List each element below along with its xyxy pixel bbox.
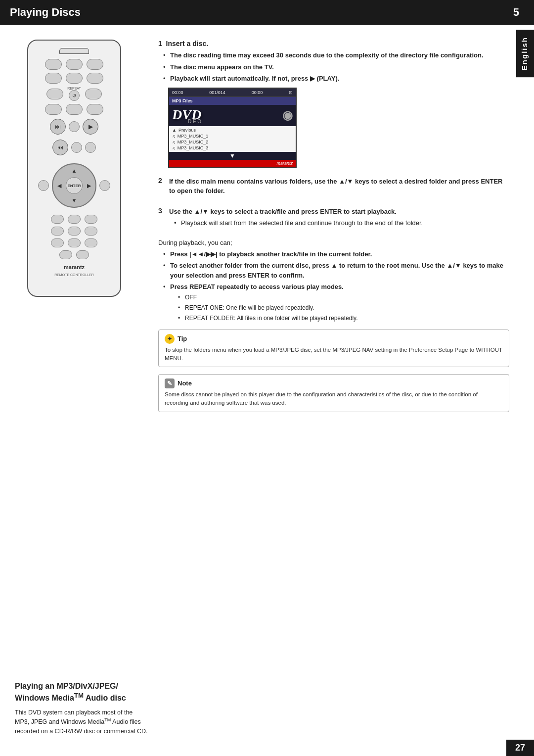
remote-btn-5[interactable] [66,73,83,84]
repeat-item-1-text: OFF [185,294,197,301]
repeat-label: REPEAT [67,87,81,90]
dvd-brand: marantz [169,160,296,167]
dvd-file-3-label: MP3_MUSIC_3 [178,145,209,150]
repeat-button[interactable]: ↺ [69,90,80,101]
remote-btn-6[interactable] [87,73,103,84]
main-content: REPEAT ↺ ⏭ ▶ ⏮ [0,25,534,422]
during-b1-text: Press |◄◄/▶▶| to playback another track/… [170,250,372,258]
tip-icon: ✦ [165,334,175,344]
remote-btn-circle-3[interactable] [85,142,96,153]
repeat-item-2-text: REPEAT ONE: One file will be played repe… [185,304,314,311]
remote-btn-circle-1[interactable] [69,121,80,132]
during-playback-section: During playback, you can; Press |◄◄/▶▶| … [158,239,509,323]
dvd-file-2-label: MP3_MUSIC_2 [178,140,209,144]
remote-btn-10[interactable] [66,104,83,115]
step-1-bullet-1: The disc reading time may exceed 30 seco… [163,50,509,60]
step-1-b2-text: The disc menu appears on the TV. [170,63,274,71]
dpad-left[interactable]: ◀ [54,181,64,190]
english-tab: English [516,30,534,77]
dvd-file-2-icon: ♫ [172,140,176,144]
remote-btn-3[interactable] [87,59,103,70]
remote-btn-1[interactable] [45,59,62,70]
header-page-number: 5 [508,4,524,21]
remote-btn-4[interactable] [45,73,62,84]
enter-button[interactable]: ENTER [66,177,83,194]
skip-forward-button[interactable]: ⏭ [50,119,66,135]
dvd-scroll-down: ▼ [169,152,296,160]
remote-num-10[interactable] [59,250,72,259]
tip-icon-symbol: ✦ [167,334,172,343]
during-b3-text: Press REPEAT repeatedly to access variou… [170,283,344,290]
remote-num-11[interactable] [76,250,89,259]
remote-num-row-2 [33,227,115,236]
step-3-content: Use the ▲/▼ keys to select a track/file … [169,207,423,230]
during-b2-text: To select another folder from the curren… [170,262,503,279]
step-3-bullets: Playback will start from the selected fi… [174,218,423,228]
remote-num-5[interactable] [68,227,81,236]
dvd-file-previous: ▲ Previous [169,127,296,133]
dvd-screen-icon: ⊡ [289,90,293,95]
during-bullets: Press |◄◄/▶▶| to playback another track/… [163,249,509,323]
remote-num-8[interactable] [68,238,81,247]
dvd-time-right: 00:00 [252,90,263,95]
remote-num-6[interactable] [85,227,97,236]
skip-back-button[interactable]: ⏮ [52,140,68,155]
during-bullet-2: To select another folder from the curren… [163,261,509,280]
dvd-time-left: 00:00 [172,90,183,95]
remote-num-9[interactable] [85,238,97,247]
remote-num-3[interactable] [85,215,97,224]
remote-btn-7[interactable] [46,89,63,99]
note-icon: ✎ [165,378,175,388]
bottom-left-body: This DVD system can playback most of the… [15,708,148,736]
step-1-bullets: The disc reading time may exceed 30 seco… [163,50,509,84]
remote-btn-2[interactable] [66,59,83,70]
dvd-file-3-icon: ♫ [172,145,176,150]
remote-btn-9[interactable] [45,104,62,115]
step-1-number: 1 [158,40,162,47]
dvd-disc-icon: ◉ [282,108,293,122]
dpad-down[interactable]: ▼ [69,195,79,205]
tip-header: ✦ Tip [165,334,503,344]
footer-page-number: 27 [515,743,525,753]
note-header: ✎ Note [165,378,503,388]
remote-repeat-row: REPEAT ↺ [33,87,115,101]
remote-num-1[interactable] [51,215,64,224]
tip-box: ✦ Tip To skip the folders menu when you … [158,330,509,368]
remote-body: REPEAT ↺ ⏭ ▶ ⏮ [27,40,121,297]
step-2-section: 2 If the disc main menu contains various… [158,177,509,198]
remote-btn-circle-2[interactable] [71,142,82,153]
remote-num-2[interactable] [68,215,81,224]
during-bullet-3: Press REPEAT repeatedly to access variou… [163,282,509,323]
remote-top-bump [59,48,89,54]
dpad-right[interactable]: ▶ [84,181,94,190]
dvd-file-list: ▲ Previous ♫ MP3_MUSIC_1 ♫ MP3_MUSIC_2 ♫… [169,126,296,152]
remote-btn-8[interactable] [85,89,102,99]
transport-row-2: ⏮ [33,140,115,155]
dpad: ▲ ▼ ◀ ▶ ENTER [52,163,96,208]
dvd-file-1-icon: ♫ [172,134,176,139]
repeat-sub-list: OFF REPEAT ONE: One file will be played … [170,293,509,323]
step-1-b1-text: The disc reading time may exceed 30 seco… [170,51,484,59]
remote-image: REPEAT ↺ ⏭ ▶ ⏮ [27,40,126,297]
step-3-row: 3 Use the ▲/▼ keys to select a track/fil… [158,207,509,230]
page-footer: 27 [506,740,534,756]
remote-num-7[interactable] [51,238,64,247]
step-1-title: 1 Insert a disc. [158,40,509,47]
dvd-screen-mockup: 00:00 001/014 00:00 ⊡ MP3 Files DVD D E … [168,88,297,168]
step-1-section: 1 Insert a disc. The disc reading time m… [158,40,509,168]
step-3-section: 3 Use the ▲/▼ keys to select a track/fil… [158,207,509,230]
dvd-file-1-label: MP3_MUSIC_1 [178,134,209,139]
play-button[interactable]: ▶ [83,119,98,135]
step-1-bullet-2: The disc menu appears on the TV. [163,62,509,72]
step-1-title-text: Insert a disc. [166,40,209,47]
dvd-file-prev-label: Previous [178,128,196,133]
remote-btn-right-side[interactable] [99,180,110,191]
dvd-logo-area: DVD D E O ◉ [169,105,296,126]
remote-brand: marantz [64,264,85,270]
remote-btn-11[interactable] [87,104,103,115]
transport-row: ⏭ ▶ [33,119,115,135]
dpad-up[interactable]: ▲ [69,166,79,176]
remote-num-4[interactable] [51,227,64,236]
remote-num-row-4 [33,250,115,259]
remote-btn-left-side[interactable] [38,180,49,191]
